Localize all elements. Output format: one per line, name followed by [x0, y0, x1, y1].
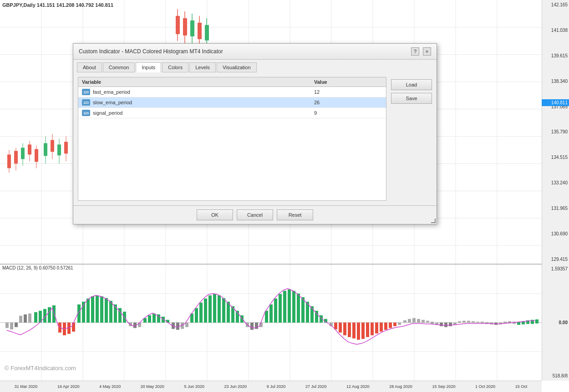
tab-levels[interactable]: Levels: [189, 62, 216, 72]
tab-visualization[interactable]: Visualization: [217, 62, 257, 72]
dialog-body: Variable Value 123 fast_ema_period 12 12…: [73, 72, 437, 205]
svg-rect-76: [205, 25, 209, 41]
resize-handle[interactable]: [431, 219, 436, 223]
svg-rect-241: [431, 322, 434, 324]
macd-level-high: 1.59357: [544, 266, 568, 271]
svg-rect-208: [279, 294, 282, 323]
chart-container: 142.165 141.038 139.615 138.340 137.065 …: [0, 0, 569, 392]
date-label-2: 16 Apr 2020: [57, 384, 80, 389]
svg-rect-24: [14, 151, 18, 163]
row-name-fast-ema: fast_ema_period: [93, 89, 314, 95]
svg-rect-252: [481, 322, 484, 323]
table-row-signal[interactable]: 123 signal_period 9: [78, 108, 386, 118]
svg-rect-30: [35, 149, 38, 162]
price-axis: 142.165 141.038 139.615 138.340 137.065 …: [542, 0, 569, 264]
dialog-footer: OK Cancel Reset: [73, 205, 437, 224]
col-variable-header: Variable: [82, 79, 314, 85]
svg-rect-156: [34, 312, 37, 323]
svg-rect-74: [198, 23, 202, 39]
table-empty-space: [78, 118, 386, 200]
date-label-8: 27 Jul 2020: [305, 384, 327, 389]
load-button[interactable]: Load: [391, 79, 432, 90]
side-buttons: Load Save: [391, 77, 432, 201]
svg-rect-70: [183, 18, 187, 36]
reset-button[interactable]: Reset: [277, 209, 313, 220]
svg-rect-167: [86, 299, 90, 323]
svg-rect-191: [199, 303, 203, 323]
svg-rect-222: [343, 323, 346, 336]
svg-rect-247: [458, 321, 461, 323]
svg-rect-229: [375, 323, 378, 334]
table-row-slow-ema[interactable]: 123 slow_ema_period 26: [78, 97, 386, 108]
indicator-dialog: Custom Indicator - MACD Colored Histogra…: [73, 43, 437, 224]
ok-button[interactable]: OK: [197, 209, 233, 220]
svg-rect-32: [44, 143, 47, 156]
svg-rect-221: [339, 323, 342, 333]
tab-common[interactable]: Common: [103, 62, 135, 72]
svg-rect-233: [393, 323, 396, 326]
svg-rect-243: [440, 323, 443, 326]
svg-rect-195: [218, 295, 221, 323]
svg-rect-22: [7, 154, 11, 168]
svg-rect-209: [283, 291, 286, 323]
svg-rect-72: [190, 20, 194, 36]
dialog-controls: ? ×: [411, 47, 431, 56]
date-label-6: 23 Jun 2020: [224, 384, 247, 389]
svg-rect-224: [352, 323, 356, 339]
tab-colors[interactable]: Colors: [162, 62, 188, 72]
svg-rect-171: [105, 298, 108, 323]
price-level-7: 134.515: [544, 155, 568, 160]
svg-rect-211: [292, 291, 295, 323]
price-level-2: 141.038: [544, 28, 568, 33]
svg-rect-248: [462, 321, 466, 323]
svg-rect-192: [204, 299, 207, 323]
date-label-13: 15 Oct: [515, 384, 528, 389]
svg-rect-213: [301, 297, 305, 323]
table-row-fast-ema[interactable]: 123 fast_ema_period 12: [78, 87, 386, 97]
svg-rect-190: [195, 308, 198, 323]
svg-rect-250: [472, 321, 475, 323]
col-value-header: Value: [314, 79, 382, 85]
svg-rect-244: [444, 323, 447, 327]
tab-inputs[interactable]: Inputs: [136, 62, 161, 72]
date-label-12: 1 Oct 2020: [475, 384, 495, 389]
svg-rect-237: [412, 318, 416, 323]
svg-rect-238: [417, 319, 420, 323]
svg-rect-194: [213, 294, 216, 323]
row-value-signal: 9: [314, 110, 382, 116]
params-table: Variable Value 123 fast_ema_period 12 12…: [78, 77, 386, 201]
dialog-help-button[interactable]: ?: [411, 47, 419, 56]
svg-rect-240: [426, 321, 429, 323]
dialog-title: Custom Indicator - MACD Colored Histogra…: [79, 48, 223, 55]
date-label-11: 15 Sep 2020: [432, 384, 455, 389]
dialog-close-button[interactable]: ×: [423, 47, 431, 56]
cancel-button[interactable]: Cancel: [237, 209, 273, 220]
svg-rect-160: [52, 305, 56, 323]
date-label-10: 28 Aug 2020: [389, 384, 412, 389]
dialog-tabs: About Common Inputs Colors Levels Visual…: [73, 60, 437, 72]
svg-rect-34: [51, 140, 54, 152]
price-level-6: 135.790: [544, 129, 568, 134]
svg-rect-193: [208, 295, 212, 323]
svg-rect-207: [274, 299, 277, 323]
svg-rect-239: [422, 320, 425, 323]
row-value-slow-ema: 26: [314, 100, 382, 105]
save-button[interactable]: Save: [391, 93, 432, 104]
macd-level-zero: 0.00: [544, 320, 568, 325]
svg-rect-168: [91, 296, 94, 323]
svg-rect-164: [72, 323, 75, 332]
price-level-9: 131.965: [544, 206, 568, 211]
date-label-9: 12 Aug 2020: [346, 384, 370, 389]
svg-rect-170: [100, 296, 103, 323]
tab-about[interactable]: About: [77, 62, 102, 72]
svg-rect-251: [476, 322, 479, 323]
svg-rect-36: [57, 144, 61, 155]
price-level-8: 133.240: [544, 180, 568, 185]
macd-info-header: MACD (12, 26, 9) 0.60750 0.57261: [2, 265, 73, 270]
svg-rect-28: [28, 144, 31, 154]
svg-rect-231: [384, 323, 387, 330]
svg-rect-38: [64, 142, 68, 153]
row-value-fast-ema: 12: [314, 89, 382, 95]
date-label-3: 4 May 2020: [99, 384, 121, 389]
row-name-signal: signal_period: [93, 110, 314, 116]
